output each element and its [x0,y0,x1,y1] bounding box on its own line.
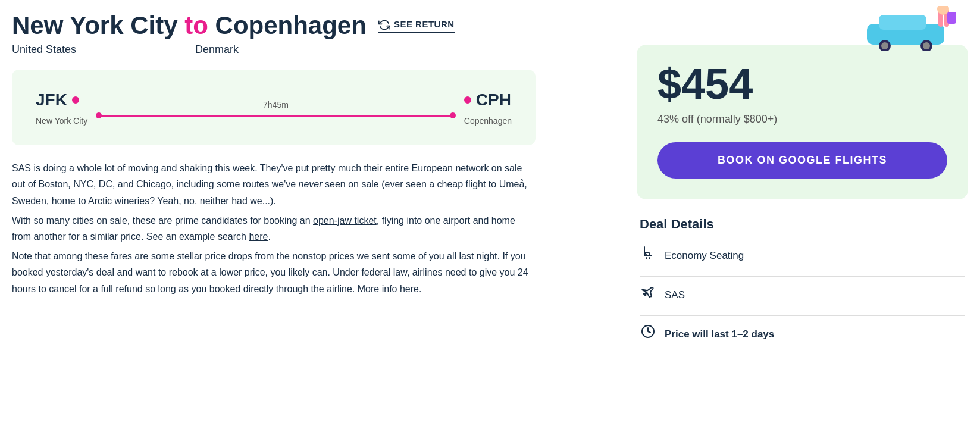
price-duration-item: Price will last 1–2 days [640,324,965,344]
arctic-wineries-link[interactable]: Arctic wineries [88,196,149,206]
svg-rect-9 [947,12,956,24]
route-line-container: 7h45m [87,99,464,117]
origin-city-title: New York City [12,11,178,39]
svg-rect-1 [879,15,926,30]
discount-text: 43% off (normally $800+) [657,111,947,127]
destination-city-title: Copenhagen [215,11,367,39]
airline-item: SAS [640,285,965,305]
route-duration: 7h45m [263,99,289,111]
more-info-here-link[interactable]: here [400,284,419,294]
destination-code: CPH [464,87,512,112]
subtitle-row: United States Denmark [12,42,607,58]
illustration-area [637,6,968,51]
origin-dot [72,96,79,104]
example-here-link[interactable]: here [249,231,268,242]
paragraph-3: Note that among these fares are some ste… [12,248,536,297]
economy-seating-text: Economy Seating [665,248,744,264]
sidebar: $454 43% off (normally $800+) BOOK ON GO… [625,0,980,432]
top-illustration [855,6,968,51]
price-duration-text: Price will last 1–2 days [665,327,774,342]
seat-icon [640,246,656,265]
open-jaw-link[interactable]: open-jaw ticket [313,215,377,226]
flight-route-card: JFK New York City 7h45m CPH Copenhagen [12,70,536,145]
to-word: to [184,11,208,39]
header-section: New York City to Copenhagen SEE RETURN U… [12,12,607,58]
italic-never: never [299,179,323,189]
return-icon [378,19,390,31]
plane-icon [640,285,656,305]
svg-point-5 [923,42,930,49]
divider-1 [640,276,965,277]
paragraph-2: With so many cities on sale, these are p… [12,212,536,245]
divider-2 [640,315,965,316]
destination-airport: CPH Copenhagen [464,87,512,127]
destination-dot [464,96,471,104]
airline-text: SAS [665,287,685,303]
economy-seating-item: Economy Seating [640,246,965,265]
origin-code: JFK [36,87,87,112]
main-content: New York City to Copenhagen SEE RETURN U… [0,0,625,432]
clock-icon [640,324,656,344]
deal-details-title: Deal Details [640,214,965,234]
origin-city: New York City [36,115,87,127]
price-display: $454 [657,62,947,105]
svg-point-3 [881,42,888,49]
deal-details-section: Deal Details Economy Seating [637,214,968,344]
route-line [96,115,455,117]
book-on-google-flights-button[interactable]: BOOK ON GOOGLE FLIGHTS [657,142,947,179]
page-title: New York City to Copenhagen [12,12,367,39]
see-return-link[interactable]: SEE RETURN [378,18,455,33]
paragraph-1: SAS is doing a whole lot of moving and s… [12,160,536,209]
origin-airport: JFK New York City [36,87,87,127]
destination-country: Denmark [195,42,239,58]
description-section: SAS is doing a whole lot of moving and s… [12,160,536,297]
deal-card: $454 43% off (normally $800+) BOOK ON GO… [637,45,968,199]
title-row: New York City to Copenhagen SEE RETURN [12,12,607,39]
destination-city: Copenhagen [464,115,512,127]
origin-country: United States [12,42,76,58]
